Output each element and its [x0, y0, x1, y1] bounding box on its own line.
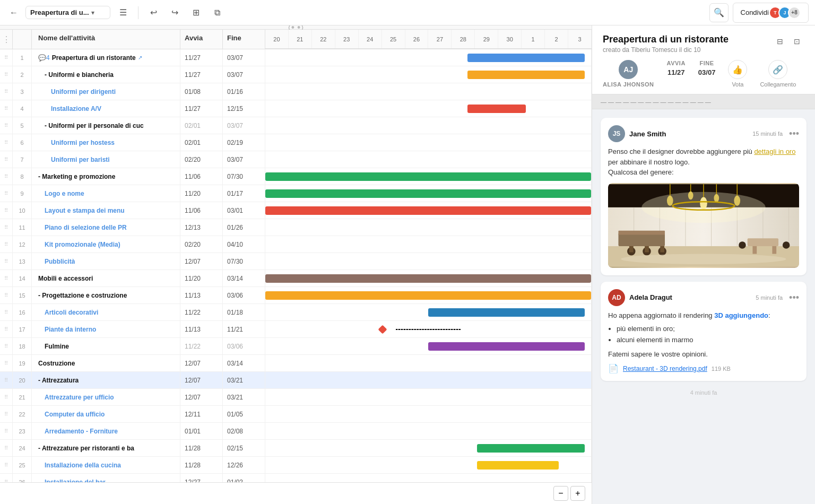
external-link-icon[interactable]: ↗ — [138, 55, 142, 60]
row-avvia-value: 11/28 — [185, 445, 201, 452]
table-row[interactable]: ⠿24- Attrezzature per ristoranti e ba11/… — [0, 440, 592, 457]
search-button[interactable]: 🔍 — [709, 3, 729, 22]
row-name-cell: Installazione della cucina — [32, 457, 180, 473]
row-drag-handle[interactable]: ⠿ — [0, 83, 13, 100]
row-drag-handle[interactable]: ⠿ — [0, 440, 13, 456]
zoom-out-button[interactable]: − — [553, 486, 568, 501]
row-number: 18 — [13, 338, 32, 354]
row-drag-handle[interactable]: ⠿ — [0, 151, 13, 168]
undo-button[interactable]: ↩ — [145, 4, 162, 21]
table-row[interactable]: ⠿5- Uniformi per il personale di cuc02/0… — [0, 117, 592, 134]
table-row[interactable]: ⠿8- Marketing e promozione11/0607/30 — [0, 168, 592, 185]
row-drag-handle[interactable]: ⠿ — [0, 134, 13, 151]
table-row[interactable]: ⠿18Fulmine11/2203/06 — [0, 338, 592, 355]
table-row[interactable]: ⠿11Piano di selezione delle PR12/1301/26 — [0, 219, 592, 236]
row-drag-handle[interactable]: ⠿ — [0, 236, 13, 253]
drag-dots-icon: ⠿ — [4, 140, 8, 145]
row-drag-handle[interactable]: ⠿ — [0, 117, 13, 134]
table-row[interactable]: ⠿17Piante da interno11/1311/21 — [0, 321, 592, 338]
drag-col-header: ⋮ — [0, 30, 13, 49]
more-options-2[interactable]: ••• — [787, 293, 799, 302]
comments-area[interactable]: JS Jane Smith 15 minuti fa ••• Penso che… — [592, 109, 815, 504]
row-drag-handle[interactable]: ⠿ — [0, 168, 13, 185]
back-button[interactable]: ← — [6, 5, 21, 20]
menu-button[interactable]: ☰ — [115, 4, 132, 21]
drag-dots-icon: ⠿ — [4, 411, 8, 417]
row-drag-handle[interactable]: ⠿ — [0, 202, 13, 219]
gold-details-link[interactable]: dettagli in oro — [754, 147, 795, 155]
table-row[interactable]: ⠿6Uniformi per hostess02/0102/19 — [0, 134, 592, 151]
redo-button[interactable]: ↪ — [166, 4, 183, 21]
vote-button[interactable]: 👍 Vota — [728, 60, 747, 88]
row-drag-handle[interactable]: ⠿ — [0, 474, 13, 482]
minimize-button[interactable]: ⊟ — [773, 34, 787, 49]
table-row[interactable]: ⠿22Computer da ufficio12/1101/05 — [0, 406, 592, 423]
svg-point-13 — [667, 195, 673, 205]
row-drag-handle[interactable]: ⠿ — [0, 321, 13, 337]
row-drag-handle[interactable]: ⠿ — [0, 457, 13, 473]
row-avvia-value: 11/13 — [185, 326, 201, 333]
row-drag-handle[interactable]: ⠿ — [0, 219, 13, 236]
table-row[interactable]: ⠿1💬4Preapertura di un ristorante↗11/2703… — [0, 49, 592, 66]
row-name-label: Uniformi per hostess — [51, 139, 115, 146]
table-row[interactable]: ⠿13Pubblicità12/0707/30 — [0, 253, 592, 270]
row-drag-handle[interactable]: ⠿ — [0, 49, 13, 66]
table-row[interactable]: ⠿10Layout e stampa dei menu11/0603/01 — [0, 202, 592, 219]
file-name[interactable]: Restaurant - 3D rendering.pdf — [623, 365, 707, 372]
comment-bubble-icon[interactable]: 💬4 — [38, 54, 50, 62]
row-drag-handle[interactable]: ⠿ — [0, 372, 13, 388]
3d-link[interactable]: 3D aggiungendo — [714, 311, 768, 319]
table-row[interactable]: ⠿12Kit promozionale (Media)02/2004/10 — [0, 236, 592, 253]
table-row[interactable]: ⠿19Costruzione12/0703/14 — [0, 355, 592, 372]
expand-button[interactable]: ⊡ — [790, 34, 804, 49]
table-row[interactable]: ⠿4Installazione A/V11/2712/15 — [0, 100, 592, 117]
gantt-date-3: 3 — [568, 30, 592, 48]
row-drag-handle[interactable]: ⠿ — [0, 406, 13, 422]
view1-button[interactable]: ⊞ — [187, 4, 204, 21]
table-row[interactable]: ⠿14Mobili e accessori11/2003/14 — [0, 270, 592, 287]
share-button[interactable]: Condividi T J +8 — [733, 3, 809, 23]
row-drag-handle[interactable]: ⠿ — [0, 100, 13, 117]
row-drag-handle[interactable]: ⠿ — [0, 338, 13, 354]
row-drag-handle[interactable]: ⠿ — [0, 423, 13, 439]
table-row[interactable]: ⠿15- Progettazione e costruzione11/1303/… — [0, 287, 592, 304]
document-title: Preapertura di u... — [30, 8, 89, 16]
row-drag-handle[interactable]: ⠿ — [0, 287, 13, 303]
row-number: 23 — [13, 423, 32, 439]
table-row[interactable]: ⠿9Logo e nome11/2001/17 — [0, 185, 592, 202]
row-fine-cell: 03/14 — [223, 355, 265, 371]
table-row[interactable]: ⠿25Installazione della cucina11/2812/26 — [0, 457, 592, 474]
collegamento-button[interactable]: 🔗 Collegamento — [760, 60, 796, 88]
table-row[interactable]: ⠿3Uniformi per dirigenti01/0801/16 — [0, 83, 592, 100]
table-row[interactable]: ⠿16Articoli decorativi11/2201/18 — [0, 304, 592, 321]
row-drag-handle[interactable]: ⠿ — [0, 185, 13, 202]
row-avvia-value: 01/08 — [185, 88, 201, 95]
row-drag-handle[interactable]: ⠿ — [0, 270, 13, 286]
table-row[interactable]: ⠿20- Attrezzatura12/0703/21 — [0, 372, 592, 389]
row-drag-handle[interactable]: ⠿ — [0, 253, 13, 270]
row-fine-cell: 03/07 — [223, 151, 265, 168]
row-gantt-cell — [265, 134, 592, 151]
table-row[interactable]: ⠿26Installazione del bar12/2701/02 — [0, 474, 592, 482]
title-area[interactable]: Preapertura di u... ▾ — [25, 6, 110, 19]
row-drag-handle[interactable]: ⠿ — [0, 66, 13, 83]
resize-bar[interactable]: ⟨• •⟩ — [0, 25, 592, 30]
collegamento-label: Collegamento — [760, 81, 796, 88]
table-row[interactable]: ⠿23Arredamento - Forniture01/0102/08 — [0, 423, 592, 440]
row-drag-handle[interactable]: ⠿ — [0, 389, 13, 405]
comment-header-2: AD Adela Dragut 5 minuti fa ••• — [608, 289, 799, 306]
gantt-body[interactable]: ⠿1💬4Preapertura di un ristorante↗11/2703… — [0, 49, 592, 482]
row-name-label: Kit promozionale (Media) — [45, 241, 120, 248]
row-name-label: Articoli decorativi — [45, 309, 98, 316]
zoom-in-button[interactable]: + — [570, 486, 585, 501]
row-drag-handle[interactable]: ⠿ — [0, 304, 13, 320]
more-options-1[interactable]: ••• — [787, 129, 799, 138]
table-row[interactable]: ⠿7Uniformi per baristi02/2003/07 — [0, 151, 592, 168]
gantt-date-header: 2021222324252627282930123 — [265, 30, 592, 49]
gantt-date-24: 24 — [359, 30, 382, 48]
view2-button[interactable]: ⧉ — [209, 4, 226, 21]
table-row[interactable]: ⠿2- Uniformi e biancheria11/2703/07 — [0, 66, 592, 83]
table-row[interactable]: ⠿21Attrezzature per ufficio12/0703/21 — [0, 389, 592, 406]
row-name-cell: Pubblicità — [32, 253, 180, 270]
row-drag-handle[interactable]: ⠿ — [0, 355, 13, 371]
